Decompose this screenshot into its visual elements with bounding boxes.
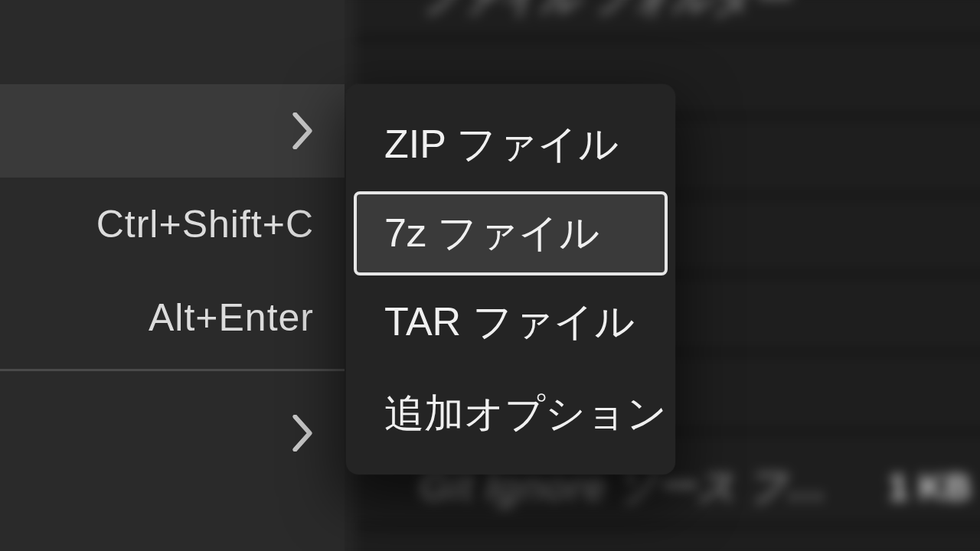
- submenu-item-7z[interactable]: 7z ファイル: [354, 191, 668, 276]
- submenu-item-tar[interactable]: TAR ファイル: [354, 277, 668, 367]
- chevron-right-icon: [291, 415, 314, 452]
- submenu-item-label: 7z ファイル: [384, 207, 599, 260]
- bg-row-size: 1 KB: [888, 465, 971, 508]
- submenu-item-more-options[interactable]: 追加オプション: [354, 369, 668, 459]
- context-menu-item-compress[interactable]: [0, 84, 345, 178]
- context-menu: Ctrl+Shift+C Alt+Enter: [0, 0, 345, 551]
- context-menu-item[interactable]: Alt+Enter: [0, 271, 345, 364]
- submenu-item-label: ZIP ファイル: [384, 118, 619, 171]
- context-menu-item[interactable]: Ctrl+Shift+C: [0, 178, 345, 271]
- context-menu-item[interactable]: [0, 491, 345, 551]
- compress-submenu: ZIP ファイル 7z ファイル TAR ファイル 追加オプション: [346, 84, 675, 474]
- submenu-item-label: 追加オプション: [384, 387, 667, 441]
- submenu-item-label: TAR ファイル: [384, 295, 635, 349]
- menu-shortcut: Ctrl+Shift+C: [96, 202, 314, 246]
- menu-separator: [0, 369, 345, 371]
- context-menu-item[interactable]: [0, 0, 345, 84]
- bg-row-label: ファイル フォルダー: [419, 0, 791, 24]
- menu-shortcut: Alt+Enter: [149, 295, 314, 340]
- chevron-right-icon: [291, 112, 314, 149]
- submenu-item-zip[interactable]: ZIP ファイル: [354, 99, 668, 190]
- context-menu-item[interactable]: [0, 376, 345, 491]
